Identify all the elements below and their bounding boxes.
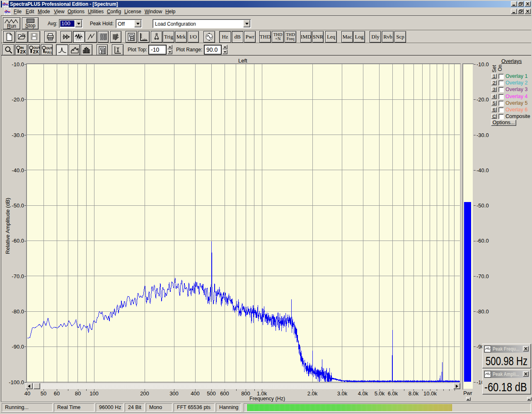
- svg-text:OUT: OUT: [46, 46, 52, 50]
- svg-text:2X: 2X: [33, 49, 39, 54]
- svg-text:FULL: FULL: [45, 51, 53, 54]
- svg-text:2X: 2X: [20, 49, 26, 54]
